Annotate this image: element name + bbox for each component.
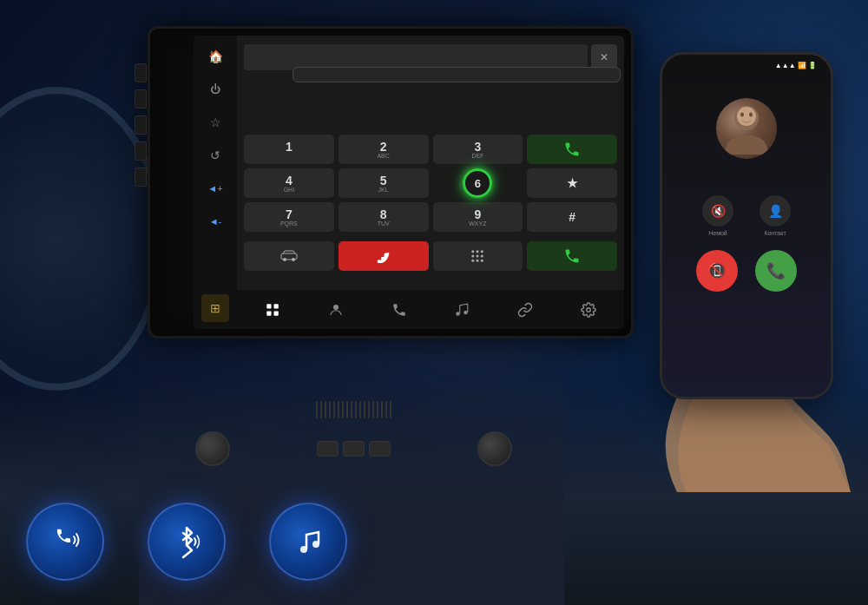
dial-9[interactable]: 9WXYZ bbox=[433, 202, 523, 232]
main-content: ✕ 1⠀ 2ABC 3DEF bbox=[237, 36, 624, 290]
phone-signal: ▲▲▲ 📶 🔋 bbox=[775, 62, 817, 69]
phone-status-bar: ▲▲▲ 📶 🔋 bbox=[662, 62, 831, 69]
ctrl-btn-1[interactable] bbox=[317, 441, 339, 457]
mute-button[interactable]: 🔇 bbox=[702, 195, 733, 227]
dial-row-2: 4GHI 5JKL 6 ★ bbox=[244, 168, 617, 198]
svg-point-9 bbox=[472, 260, 475, 262]
svg-rect-13 bbox=[274, 304, 279, 308]
svg-point-25 bbox=[312, 541, 319, 548]
svg-point-17 bbox=[457, 312, 461, 316]
home-icon[interactable]: 🏠 bbox=[201, 43, 229, 70]
dial-3[interactable]: 3DEF bbox=[433, 135, 523, 164]
dial-5[interactable]: 5JKL bbox=[339, 168, 429, 198]
side-btn-vol-up[interactable] bbox=[135, 141, 147, 161]
svg-point-3 bbox=[472, 250, 475, 253]
car-head-unit: RST ABT 🏠 ⏻ ☆ ↺ ◄+ ◄- ⊞ 🏠 ↩ bbox=[148, 26, 634, 339]
svg-point-10 bbox=[477, 260, 479, 262]
dial-7[interactable]: 7PQRS bbox=[244, 202, 334, 232]
svg-point-11 bbox=[481, 260, 483, 262]
dial-4[interactable]: 4GHI bbox=[244, 168, 334, 198]
caller-avatar bbox=[716, 98, 777, 159]
side-btn-3[interactable] bbox=[135, 115, 147, 135]
grid-icon[interactable]: ⊞ bbox=[201, 294, 229, 322]
side-btn-vol-dn[interactable] bbox=[135, 168, 147, 187]
svg-point-4 bbox=[477, 250, 479, 253]
ctrl-btn-3[interactable] bbox=[369, 441, 391, 457]
svg-point-22 bbox=[740, 113, 744, 117]
phone-actions: 🔇 Немой 👤 Контакт bbox=[702, 195, 791, 236]
nav-settings[interactable] bbox=[573, 294, 604, 326]
svg-point-18 bbox=[464, 310, 469, 314]
svg-rect-15 bbox=[274, 311, 279, 315]
nav-apps[interactable] bbox=[257, 294, 288, 326]
nav-music[interactable] bbox=[446, 294, 477, 326]
nav-phone[interactable] bbox=[384, 294, 415, 326]
knob-left[interactable] bbox=[195, 431, 230, 466]
bt-phone-circle[interactable] bbox=[26, 503, 104, 581]
svg-point-8 bbox=[481, 255, 483, 258]
dial-2[interactable]: 2ABC bbox=[339, 135, 429, 164]
side-btn-power[interactable] bbox=[135, 63, 147, 82]
power-icon[interactable]: ⏻ bbox=[201, 76, 229, 103]
dial-row-3: 7PQRS 8TUV 9WXYZ # bbox=[244, 202, 617, 232]
svg-point-21 bbox=[737, 107, 756, 126]
end-call-button[interactable] bbox=[339, 241, 429, 271]
controls-row bbox=[152, 431, 556, 466]
action-row bbox=[237, 241, 624, 274]
svg-rect-14 bbox=[267, 311, 272, 315]
accept-col: 📞 bbox=[755, 250, 797, 294]
dial-row-1: 1⠀ 2ABC 3DEF bbox=[244, 135, 617, 164]
bluetooth-circle[interactable] bbox=[148, 503, 226, 581]
dial-pad: 1⠀ 2ABC 3DEF 4GHI bbox=[237, 131, 624, 240]
svg-point-23 bbox=[749, 113, 753, 117]
call-button-row: 📵 📞 bbox=[696, 250, 797, 294]
svg-point-6 bbox=[472, 255, 475, 258]
call-button[interactable] bbox=[527, 135, 617, 164]
ctrl-btn-2[interactable] bbox=[343, 441, 365, 457]
mute-label: Немой bbox=[708, 230, 727, 236]
screen: 🏠 ⏻ ☆ ↺ ◄+ ◄- ⊞ 🏠 ↩ bbox=[194, 36, 624, 329]
dial-6[interactable]: 6 bbox=[433, 168, 523, 198]
svg-rect-12 bbox=[267, 304, 272, 308]
back-arrow-icon[interactable]: ↺ bbox=[201, 141, 229, 169]
dial-star[interactable]: ★ bbox=[527, 168, 617, 198]
bt-phone-feature bbox=[26, 503, 104, 588]
left-icon-bar: 🏠 ⏻ ☆ ↺ ◄+ ◄- ⊞ bbox=[194, 36, 237, 329]
phone-screen: 🔇 Немой 👤 Контакт 📵 📞 bbox=[662, 55, 831, 397]
side-buttons bbox=[135, 63, 147, 187]
dial-1[interactable]: 1⠀ bbox=[244, 135, 334, 164]
vol-up-icon[interactable]: ◄+ bbox=[201, 174, 229, 202]
vent-row bbox=[152, 397, 556, 423]
vol-dn-icon[interactable]: ◄- bbox=[201, 207, 229, 235]
svg-point-7 bbox=[477, 255, 479, 258]
contact-button[interactable]: 👤 bbox=[760, 195, 791, 227]
nav-contacts[interactable] bbox=[320, 294, 352, 326]
dial-hash[interactable]: # bbox=[527, 202, 617, 232]
answer-call-button[interactable] bbox=[527, 241, 617, 271]
svg-point-5 bbox=[481, 250, 483, 253]
svg-point-2 bbox=[292, 258, 295, 261]
car-mode-button[interactable] bbox=[244, 241, 334, 271]
side-btn-2[interactable] bbox=[135, 89, 147, 109]
dial-8[interactable]: 8TUV bbox=[339, 202, 429, 232]
call-overlay bbox=[289, 63, 624, 86]
decline-col: 📵 bbox=[696, 250, 738, 294]
svg-point-16 bbox=[333, 305, 339, 310]
keypad-button[interactable] bbox=[433, 241, 523, 271]
mute-action: 🔇 Немой bbox=[702, 195, 733, 236]
decline-button[interactable]: 📵 bbox=[696, 250, 738, 292]
bottom-features bbox=[26, 503, 347, 588]
knob-right[interactable] bbox=[477, 431, 512, 466]
contact-label: Контакт bbox=[764, 230, 786, 236]
call-box bbox=[293, 67, 621, 82]
ctrl-btns bbox=[317, 441, 391, 457]
svg-point-19 bbox=[586, 307, 590, 312]
bottom-nav bbox=[237, 290, 624, 329]
nav-link[interactable] bbox=[510, 294, 541, 326]
phone-mockup: ▲▲▲ 📶 🔋 🔇 Немой 👤 Контакт bbox=[660, 52, 833, 399]
accept-button[interactable]: 📞 bbox=[755, 250, 797, 292]
favorite-icon[interactable]: ☆ bbox=[201, 109, 229, 136]
contact-action: 👤 Контакт bbox=[760, 195, 791, 236]
bt-music-feature bbox=[269, 503, 347, 588]
bt-music-circle[interactable] bbox=[269, 503, 347, 581]
